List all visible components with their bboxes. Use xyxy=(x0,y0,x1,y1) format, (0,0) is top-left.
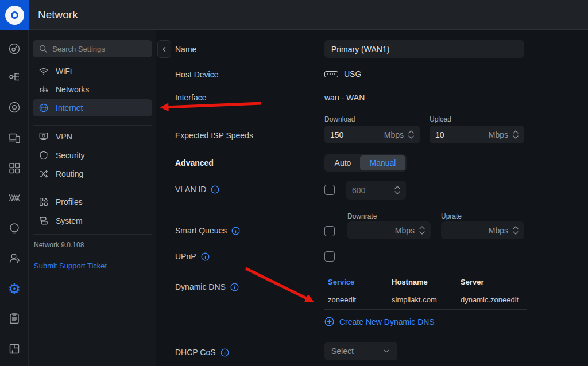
icon-rail: ⚙ xyxy=(0,30,29,366)
host-device-value: USG xyxy=(324,69,361,79)
toggle-option-manual[interactable]: Manual xyxy=(360,155,405,170)
download-unit: Mbps xyxy=(384,130,404,139)
topology-icon[interactable] xyxy=(7,70,21,84)
dashboard-icon[interactable] xyxy=(7,42,21,56)
cell-hostname: simpliakt.com xyxy=(392,295,461,304)
chevron-down-icon xyxy=(408,135,414,139)
cell-server: dynamic.zoneedit xyxy=(461,295,523,304)
dhcp-cos-label: DHCP CoS xyxy=(175,348,229,357)
chevron-down-icon xyxy=(513,231,519,235)
unifi-devices-icon[interactable] xyxy=(7,100,21,114)
chevron-down-icon xyxy=(394,191,400,194)
uprate-input[interactable]: Mbps xyxy=(441,221,524,239)
admins-icon[interactable] xyxy=(7,251,21,265)
uprate-unit: Mbps xyxy=(489,226,508,235)
clients-icon[interactable] xyxy=(7,131,21,145)
downrate-input[interactable]: Mbps xyxy=(347,221,431,239)
info-icon[interactable] xyxy=(220,348,229,357)
name-label: Name xyxy=(175,45,196,54)
info-icon[interactable] xyxy=(230,283,239,291)
info-icon[interactable] xyxy=(201,252,210,261)
plus-circle-icon xyxy=(324,317,334,326)
settings-gear-icon[interactable]: ⚙ xyxy=(7,282,21,295)
upload-unit: Mbps xyxy=(489,130,508,139)
download-label: Download xyxy=(324,115,355,123)
wifi-icon xyxy=(38,66,49,76)
page-title: Network xyxy=(38,0,78,30)
chevron-down-icon xyxy=(382,347,390,355)
chevron-left-icon xyxy=(161,46,167,52)
column-header-hostname[interactable]: Hostname xyxy=(392,278,461,286)
advanced-label: Advanced xyxy=(175,158,214,168)
version-label: Network 9.0.108 xyxy=(34,241,84,249)
upload-label: Upload xyxy=(430,115,451,123)
search-settings-box[interactable] xyxy=(33,40,152,57)
sidebar-item-vpn[interactable]: VPN xyxy=(33,128,152,145)
dhcp-cos-select[interactable]: Select xyxy=(324,342,397,360)
sidebar-divider xyxy=(33,125,152,126)
search-icon xyxy=(38,44,48,53)
create-new-dynamic-dns-link[interactable]: Create New Dynamic DNS xyxy=(324,317,435,326)
upload-stepper[interactable] xyxy=(513,130,519,139)
column-header-server[interactable]: Server xyxy=(461,278,523,286)
sidebar-divider xyxy=(33,234,152,235)
gateway-device-icon xyxy=(324,71,338,77)
sidebar-item-label: Routing xyxy=(56,169,83,178)
upload-input[interactable]: 10 Mbps xyxy=(430,126,524,143)
upnp-checkbox[interactable] xyxy=(324,251,335,262)
toggle-option-auto[interactable]: Auto xyxy=(326,155,360,170)
download-stepper[interactable] xyxy=(408,130,414,139)
table-row[interactable]: zoneedit simpliakt.com dynamic.zoneedit xyxy=(324,290,527,310)
insights-icon[interactable] xyxy=(7,221,21,235)
smart-queues-checkbox[interactable] xyxy=(324,226,335,236)
sidebar-item-label: Networks xyxy=(56,85,89,94)
smart-queues-label: Smart Queues xyxy=(175,226,240,235)
vlan-id-checkbox[interactable] xyxy=(324,185,335,195)
sidebar-item-routing[interactable]: Routing xyxy=(33,165,152,182)
radios-icon[interactable] xyxy=(7,191,21,205)
sidebar-item-label: System xyxy=(56,216,83,225)
sidebar-item-wifi[interactable]: WiFi xyxy=(33,63,152,80)
unifi-logo[interactable] xyxy=(0,0,29,30)
top-bar: Network xyxy=(0,0,588,30)
chevron-up-icon xyxy=(408,130,414,134)
chevron-down-icon xyxy=(419,231,425,235)
uprate-stepper[interactable] xyxy=(513,226,519,235)
info-icon[interactable] xyxy=(211,185,219,194)
downrate-label: Downrate xyxy=(347,212,377,220)
shield-icon xyxy=(38,150,49,161)
download-input[interactable]: 150 Mbps xyxy=(324,126,420,143)
column-header-service[interactable]: Service xyxy=(324,278,392,286)
sidebar-item-label: WiFi xyxy=(56,67,72,76)
vlan-id-input[interactable]: 600 xyxy=(346,181,406,200)
vlan-id-placeholder: 600 xyxy=(352,186,365,195)
download-value: 150 xyxy=(330,130,343,139)
host-device-label: Host Device xyxy=(175,70,218,79)
vlan-id-stepper[interactable] xyxy=(394,186,400,194)
sidebar-item-label: Profiles xyxy=(56,197,83,207)
interface-label: Interface xyxy=(175,93,206,102)
search-input[interactable] xyxy=(52,45,138,53)
collapse-panel-button[interactable] xyxy=(157,40,171,58)
sidebar-item-internet[interactable]: Internet xyxy=(33,99,152,116)
downrate-stepper[interactable] xyxy=(419,226,425,235)
submit-support-ticket-link[interactable]: Submit Support Ticket xyxy=(34,262,107,270)
profiles-icon xyxy=(38,197,49,207)
dhcp-cos-value: Select xyxy=(331,346,354,356)
sidebar-item-label: VPN xyxy=(56,132,72,141)
info-icon[interactable] xyxy=(231,227,240,235)
name-value: Primary (WAN1) xyxy=(331,45,389,54)
chevron-down-icon xyxy=(513,135,519,139)
port-manager-icon[interactable] xyxy=(7,161,21,175)
chevron-up-icon xyxy=(513,130,519,134)
sidebar-item-profiles[interactable]: Profiles xyxy=(33,193,152,211)
system-log-icon[interactable] xyxy=(7,312,21,325)
floorplan-icon[interactable] xyxy=(7,342,21,356)
sidebar-item-system[interactable]: System xyxy=(33,212,152,229)
sidebar-item-networks[interactable]: Networks xyxy=(33,81,152,98)
name-input[interactable]: Primary (WAN1) xyxy=(324,40,524,58)
table-header-row: Service Hostname Server xyxy=(324,274,527,290)
vpn-icon xyxy=(38,131,49,142)
sidebar-item-security[interactable]: Security xyxy=(33,147,152,164)
vlan-id-label: VLAN ID xyxy=(175,185,219,194)
